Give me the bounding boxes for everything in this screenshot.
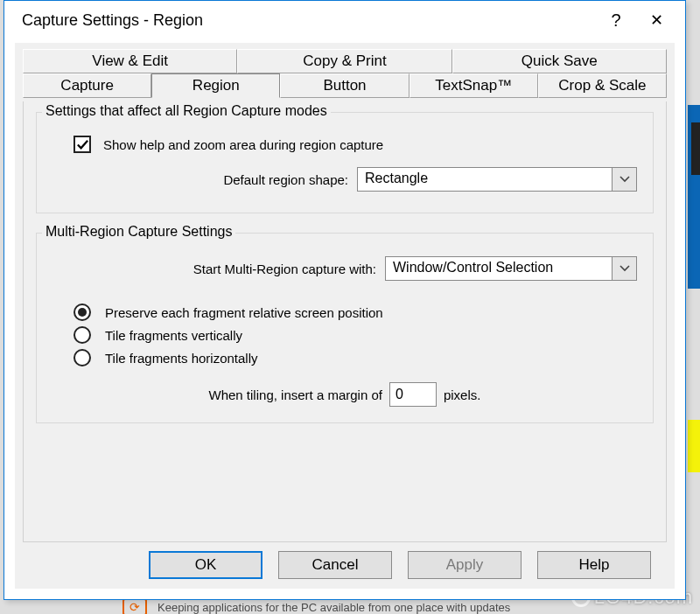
radio-preserve-position[interactable] [74, 304, 91, 321]
select-start-multi-value: Window/Control Selection [386, 257, 612, 280]
apply-button[interactable]: Apply [408, 551, 522, 579]
tab-textsnap[interactable]: TextSnap™ [410, 73, 538, 98]
close-button[interactable]: ✕ [636, 4, 676, 36]
select-default-shape[interactable]: Rectangle [357, 167, 637, 192]
cancel-button[interactable]: Cancel [278, 551, 392, 579]
tab-capture[interactable]: Capture [23, 73, 151, 98]
row-show-help: Show help and zoom area during region ca… [52, 136, 637, 153]
checkmark-icon [76, 138, 89, 151]
chevron-down-icon [612, 168, 636, 191]
chevron-down-icon [612, 257, 636, 280]
label-tiling-suffix: pixels. [444, 387, 481, 402]
tab-control: View & Edit Copy & Print Quick Save Capt… [23, 49, 667, 98]
ok-button[interactable]: OK [149, 551, 262, 579]
capture-settings-dialog: Capture Settings - Region ? ✕ View & Edi… [4, 0, 686, 600]
client-area: View & Edit Copy & Print Quick Save Capt… [15, 43, 675, 589]
row-radio-vert: Tile fragments vertically [52, 326, 637, 344]
label-default-shape: Default region shape: [52, 172, 348, 187]
close-icon: ✕ [650, 10, 663, 30]
row-radio-preserve: Preserve each fragment relative screen p… [52, 304, 637, 321]
tab-button[interactable]: Button [280, 73, 409, 98]
window-title: Capture Settings - Region [22, 11, 596, 30]
help-button-bottom[interactable]: Help [537, 551, 651, 579]
row-radio-horiz: Tile fragments horizontally [52, 349, 637, 366]
update-icon: ⟳ [122, 598, 147, 614]
tab-quick-save[interactable]: Quick Save [452, 49, 667, 73]
tab-copy-print[interactable]: Copy & Print [237, 49, 452, 73]
label-radio-preserve: Preserve each fragment relative screen p… [105, 305, 383, 320]
label-show-help: Show help and zoom area during region ca… [103, 137, 383, 152]
titlebar[interactable]: Capture Settings - Region ? ✕ [4, 1, 685, 39]
group-all-region-modes: Settings that affect all Region Capture … [36, 112, 654, 213]
select-start-multi[interactable]: Window/Control Selection [385, 256, 637, 281]
row-tiling-margin: When tiling, insert a margin of pixels. [52, 382, 637, 407]
checkbox-show-help[interactable] [74, 136, 91, 153]
group-multi-region: Multi-Region Capture Settings Start Mult… [36, 233, 654, 423]
radio-tile-horizontally[interactable] [74, 349, 91, 366]
select-default-shape-value: Rectangle [358, 168, 612, 191]
group-legend-all-modes: Settings that affect all Region Capture … [42, 103, 331, 119]
label-radio-horiz: Tile fragments horizontally [105, 351, 258, 366]
label-radio-vert: Tile fragments vertically [105, 328, 242, 343]
tab-view-edit[interactable]: View & Edit [23, 49, 237, 73]
tab-page-region: Settings that affect all Region Capture … [23, 101, 667, 542]
label-start-multi: Start Multi-Region capture with: [52, 262, 376, 276]
radio-tile-vertically[interactable] [74, 326, 91, 344]
tab-crop-scale[interactable]: Crop & Scale [538, 73, 667, 98]
background-footer-text: Keeping applications for the PC availabl… [158, 601, 510, 614]
input-tiling-margin[interactable] [389, 382, 437, 407]
group-legend-multi-region: Multi-Region Capture Settings [42, 224, 235, 240]
tab-region[interactable]: Region [151, 73, 280, 98]
dialog-button-row: OK Cancel Apply Help [23, 542, 667, 579]
label-tiling-prefix: When tiling, insert a margin of [209, 387, 382, 402]
help-button[interactable]: ? [596, 4, 636, 36]
